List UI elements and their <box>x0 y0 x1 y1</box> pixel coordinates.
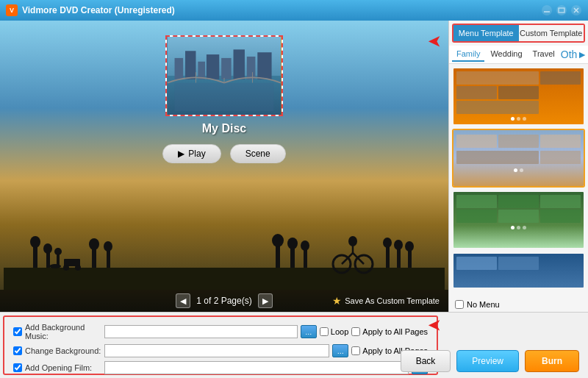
change-bg-browse[interactable]: ... <box>332 344 348 357</box>
bg-music-row: Add Background Music: ... Loop Apply to … <box>13 323 428 340</box>
svg-point-21 <box>104 241 112 252</box>
cover-image <box>167 37 282 115</box>
svg-point-17 <box>75 265 81 271</box>
bg-music-apply-checkbox[interactable] <box>351 327 360 336</box>
svg-point-19 <box>89 238 99 250</box>
template-item-4[interactable] <box>452 252 585 289</box>
svg-point-39 <box>405 241 414 252</box>
loop-check: Loop <box>320 327 348 336</box>
svg-point-2 <box>556 5 567 15</box>
svg-point-27 <box>301 240 309 251</box>
save-template-button[interactable]: ★ Save As Custom Template <box>332 295 440 307</box>
svg-rect-48 <box>247 57 256 79</box>
preview-panel: My Disc ▶ Play Scene ◀ 1 of 2 Page(s) ▶ … <box>0 21 448 312</box>
svg-rect-44 <box>198 62 205 79</box>
svg-rect-46 <box>221 58 231 79</box>
minimize-icon[interactable] <box>541 4 553 16</box>
title-bar: V Vidmore DVD Creator (Unregistered) <box>0 0 588 21</box>
preview-buttons: ▶ Play Scene <box>162 144 285 163</box>
change-bg-label: Change Background: <box>13 346 101 355</box>
disc-title: My Disc <box>202 122 246 135</box>
svg-point-14 <box>54 248 62 255</box>
opening-film-checkbox[interactable] <box>13 363 22 372</box>
no-menu-checkbox[interactable] <box>455 300 464 309</box>
opening-film-row: Add Opening Film: ... <box>13 361 428 374</box>
template-tab-bar: Menu Template Custom Template <box>452 24 585 43</box>
bottom-area: Add Background Music: ... Loop Apply to … <box>0 312 588 378</box>
svg-rect-24 <box>290 247 295 268</box>
loop-checkbox[interactable] <box>320 327 329 336</box>
restore-icon[interactable] <box>556 4 567 16</box>
opening-film-input[interactable] <box>104 361 409 374</box>
change-bg-input[interactable] <box>104 344 329 357</box>
tab-menu-template[interactable]: Menu Template <box>453 25 519 41</box>
svg-rect-34 <box>386 246 390 268</box>
svg-point-16 <box>63 265 69 271</box>
back-button[interactable]: Back <box>401 350 451 372</box>
burn-button[interactable]: Burn <box>525 350 579 372</box>
silhouette-background <box>0 194 448 290</box>
svg-rect-49 <box>257 52 271 79</box>
change-bg-apply-checkbox[interactable] <box>351 346 360 355</box>
page-info: 1 of 2 Page(s) <box>196 296 251 306</box>
no-menu-area: No Menu <box>449 297 588 312</box>
svg-rect-7 <box>4 268 445 290</box>
template-item-2[interactable] <box>452 129 585 188</box>
svg-rect-45 <box>207 54 219 79</box>
template-item-3[interactable] <box>452 190 585 249</box>
svg-rect-9 <box>33 246 37 268</box>
cat-wedding[interactable]: Wedding <box>486 47 526 62</box>
opening-film-label: Add Opening Film: <box>13 363 101 372</box>
play-icon: ▶ <box>178 149 184 159</box>
action-buttons: Back Preview Burn <box>401 350 579 372</box>
change-bg-row: Change Background: ... Apply to All Page… <box>13 344 428 357</box>
svg-point-23 <box>272 234 284 247</box>
svg-rect-22 <box>276 244 280 268</box>
svg-rect-26 <box>304 249 307 268</box>
svg-point-25 <box>287 238 298 249</box>
preview-button[interactable]: Preview <box>456 350 519 372</box>
play-button[interactable]: ▶ Play <box>162 144 220 163</box>
window-controls <box>541 4 582 16</box>
app-title: Vidmore DVD Creator (Unregistered) <box>22 5 541 15</box>
dvd-cover <box>165 35 283 116</box>
template-item-1[interactable] <box>452 67 585 126</box>
pagination-bar: ◀ 1 of 2 Page(s) ▶ ★ Save As Custom Temp… <box>0 290 448 312</box>
tab-custom-template[interactable]: Custom Template <box>519 25 584 41</box>
close-icon[interactable] <box>570 4 582 16</box>
svg-point-0 <box>542 5 552 15</box>
main-area: My Disc ▶ Play Scene ◀ 1 of 2 Page(s) ▶ … <box>0 21 588 312</box>
svg-rect-18 <box>92 247 96 268</box>
bg-music-browse[interactable]: ... <box>301 325 317 338</box>
bg-music-input[interactable] <box>104 325 298 338</box>
svg-rect-42 <box>175 58 184 79</box>
options-panel: Add Background Music: ... Loop Apply to … <box>3 315 438 375</box>
category-tabs: Family Wedding Travel Oth► <box>449 46 588 64</box>
svg-rect-11 <box>46 252 50 268</box>
cat-family[interactable]: Family <box>452 47 484 62</box>
prev-page-button[interactable]: ◀ <box>176 293 190 308</box>
scene-button[interactable]: Scene <box>230 144 286 163</box>
next-page-button[interactable]: ▶ <box>258 293 273 308</box>
svg-point-33 <box>348 236 357 246</box>
template-list <box>449 64 588 297</box>
svg-point-12 <box>43 243 52 254</box>
right-panel: Menu Template Custom Template Family Wed… <box>448 21 588 312</box>
bg-music-apply-all: Apply to All Pages <box>351 327 428 336</box>
bg-music-checkbox[interactable] <box>13 327 22 336</box>
svg-rect-20 <box>107 249 110 268</box>
svg-point-37 <box>394 240 403 250</box>
svg-rect-36 <box>397 248 401 268</box>
cat-more[interactable]: Oth► <box>561 47 587 62</box>
svg-rect-38 <box>408 249 412 268</box>
bg-music-label: Add Background Music: <box>13 323 101 340</box>
no-menu-label: No Menu <box>467 300 500 309</box>
action-area: Back Preview Burn <box>441 313 588 378</box>
svg-rect-47 <box>234 49 245 79</box>
star-icon: ★ <box>332 295 342 307</box>
svg-rect-43 <box>185 51 196 79</box>
app-icon: V <box>6 4 18 16</box>
svg-point-10 <box>30 236 40 248</box>
change-bg-checkbox[interactable] <box>13 346 22 355</box>
cat-travel[interactable]: Travel <box>528 47 559 62</box>
